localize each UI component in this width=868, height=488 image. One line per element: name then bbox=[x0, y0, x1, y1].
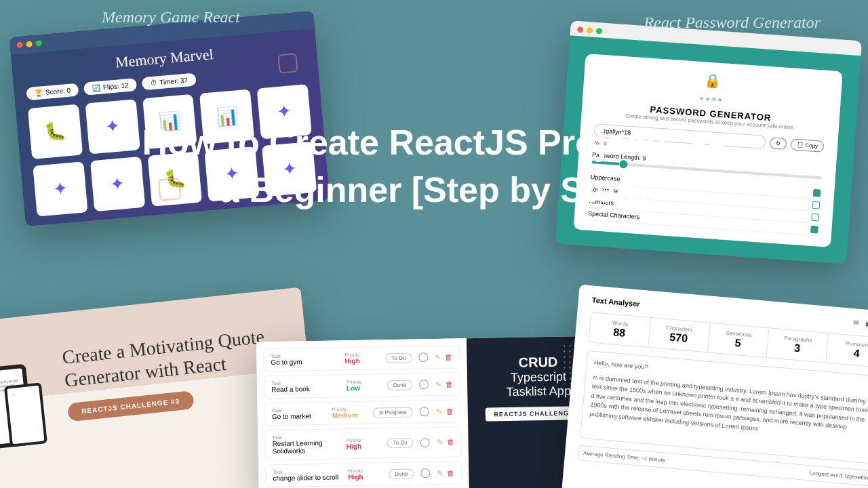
score-badge: 🏆 Score: 0 bbox=[26, 83, 79, 101]
status-badge: Done bbox=[387, 380, 412, 390]
progress-icon[interactable] bbox=[420, 407, 429, 416]
status-badge: In Progress bbox=[373, 407, 413, 418]
tasklist-card: TaskGo to gym PriorityHigh To Do ✎🗑 Task… bbox=[256, 336, 612, 488]
text-analyser-card: Text Analyser ✉ ▶ in Words88Characters57… bbox=[561, 285, 868, 488]
stat-item: Paragraphs3 bbox=[767, 328, 829, 362]
stat-item: Sentences5 bbox=[707, 323, 769, 357]
progress-icon[interactable] bbox=[420, 438, 429, 447]
status-badge: To Do bbox=[387, 438, 414, 449]
progress-icon[interactable] bbox=[419, 380, 429, 389]
memory-label: Memory Game React bbox=[102, 8, 240, 26]
edit-icon[interactable]: ✎ bbox=[436, 407, 442, 415]
progress-icon[interactable] bbox=[420, 468, 430, 478]
refresh-button[interactable]: ↻ bbox=[770, 137, 787, 150]
stat-item: Words88 bbox=[589, 312, 651, 346]
delete-icon[interactable]: 🗑 bbox=[446, 380, 453, 388]
tile[interactable]: 🐛 bbox=[28, 104, 83, 159]
stat-item: Pronouns4 bbox=[826, 333, 868, 367]
task-row: Taskchange slider to scroll PriorityHigh… bbox=[265, 461, 462, 487]
delete-icon[interactable]: 🗑 bbox=[446, 407, 454, 415]
tile[interactable]: ✦ bbox=[33, 161, 87, 216]
copy-button[interactable]: 📋 Copy bbox=[791, 138, 825, 152]
checkbox-icon[interactable] bbox=[811, 214, 819, 222]
edit-icon[interactable]: ✎ bbox=[435, 352, 441, 361]
task-row: TaskRead a book PriorityLow Done ✎🗑 bbox=[264, 372, 461, 399]
flips-badge: 🔄 Flips: 12 bbox=[83, 78, 137, 96]
longest-word: Longest word: typesetting bbox=[809, 470, 868, 481]
delete-icon[interactable]: 🗑 bbox=[447, 468, 454, 477]
checkbox-icon[interactable] bbox=[813, 189, 821, 197]
challenge-badge: REACTJS CHALLENGE #3 bbox=[67, 390, 194, 422]
task-row: TaskRestart Learning Solidworks Priority… bbox=[264, 426, 462, 460]
device-mockup: ❝Life is a journey, and if you fall in l… bbox=[0, 361, 64, 445]
task-row: TaskGo to market PriorityMedium In Progr… bbox=[264, 399, 462, 426]
progress-icon[interactable] bbox=[418, 352, 428, 362]
edit-icon[interactable]: ✎ bbox=[437, 468, 443, 477]
text-area[interactable]: Hello, how are you? m is dummied text of… bbox=[580, 350, 868, 464]
reading-time: Average Reading Time: ~1 minute bbox=[583, 450, 665, 464]
delete-icon[interactable]: 🗑 bbox=[445, 352, 452, 361]
main-title: How to Create ReactJS Projects as a Begi… bbox=[129, 119, 739, 214]
task-list: TaskGo to gym PriorityHigh To Do ✎🗑 Task… bbox=[256, 338, 469, 488]
edit-icon[interactable]: ✎ bbox=[436, 438, 442, 447]
delete-icon[interactable]: 🗑 bbox=[446, 437, 454, 446]
checkbox-icon[interactable] bbox=[812, 201, 821, 209]
edit-icon[interactable]: ✎ bbox=[435, 380, 441, 388]
timer-badge: ⏱ Timer: 37 bbox=[142, 73, 197, 90]
status-badge: Done bbox=[389, 468, 414, 479]
task-row: TaskGo to gym PriorityHigh To Do ✎🗑 bbox=[263, 345, 460, 371]
checkbox-icon[interactable] bbox=[810, 226, 818, 234]
stat-item: Characters570 bbox=[648, 318, 710, 352]
pwd-label: React Password Generator bbox=[644, 14, 821, 32]
status-badge: To Do bbox=[385, 352, 412, 363]
